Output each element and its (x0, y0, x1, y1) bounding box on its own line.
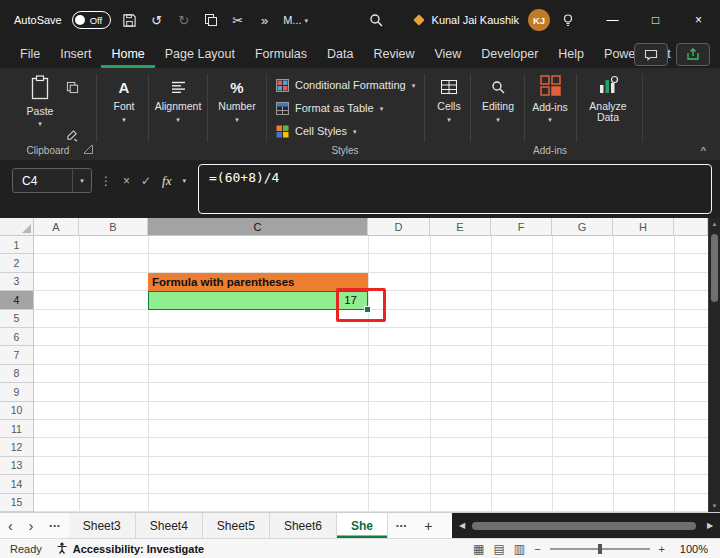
row-header-3[interactable]: 3 (0, 273, 34, 291)
column-header-G[interactable]: G (552, 218, 613, 236)
menu-tab-developer[interactable]: Developer (471, 40, 548, 68)
toolbar-more-button[interactable]: M... ▾ (283, 14, 308, 26)
redo-icon[interactable]: ↻ (175, 12, 192, 29)
formula-input[interactable]: =(60+8)/4 (198, 164, 712, 214)
row-header-13[interactable]: 13 (0, 457, 34, 475)
sheet-tab-sheet5[interactable]: Sheet5 (203, 513, 270, 538)
share-button[interactable] (676, 43, 710, 66)
sheet-overflow-left-icon[interactable]: ••• (41, 521, 68, 530)
sheet-tab-she[interactable]: She (337, 513, 388, 538)
cell-c4-selected[interactable]: 17 (148, 291, 368, 309)
menu-tab-insert[interactable]: Insert (50, 40, 101, 68)
menu-tab-view[interactable]: View (424, 40, 471, 68)
menu-tab-file[interactable]: File (10, 40, 50, 68)
menu-tab-home[interactable]: Home (101, 40, 154, 68)
column-header-A[interactable]: A (34, 218, 79, 236)
row-header-14[interactable]: 14 (0, 475, 34, 493)
copy-icon[interactable] (202, 12, 219, 29)
sheet-tab-sheet3[interactable]: Sheet3 (69, 513, 136, 538)
horizontal-scroll-thumb[interactable] (472, 522, 696, 530)
avatar[interactable]: KJ (528, 9, 550, 31)
number-group-button[interactable]: % Number ▾ (212, 78, 262, 123)
normal-view-icon[interactable]: ▦ (473, 542, 484, 556)
select-all-corner[interactable] (0, 218, 34, 236)
vertical-scroll-thumb[interactable] (711, 234, 718, 302)
row-header-5[interactable]: 5 (0, 310, 34, 328)
column-header-D[interactable]: D (368, 218, 430, 236)
sheet-tab-sheet6[interactable]: Sheet6 (270, 513, 337, 538)
menu-tab-help[interactable]: Help (548, 40, 594, 68)
row-header-7[interactable]: 7 (0, 346, 34, 364)
scroll-down-icon[interactable]: ▼ (709, 500, 720, 512)
column-header-H[interactable]: H (613, 218, 674, 236)
row-header-2[interactable]: 2 (0, 254, 34, 272)
column-header-partial[interactable] (674, 218, 708, 236)
zoom-slider-thumb[interactable] (598, 544, 602, 554)
user-name[interactable]: Kunal Jai Kaushik (432, 14, 519, 26)
zoom-slider[interactable] (550, 548, 650, 550)
chevron-down-icon[interactable]: ▾ (182, 177, 186, 184)
editing-group-button[interactable]: Editing ▾ (474, 78, 522, 123)
sheet-tab-sheet4[interactable]: Sheet4 (136, 513, 203, 538)
name-box[interactable]: C4 ▾ (12, 168, 92, 193)
scroll-up-icon[interactable]: ▲ (709, 218, 720, 230)
menu-tab-page-layout[interactable]: Page Layout (155, 40, 245, 68)
save-icon[interactable] (121, 12, 138, 29)
zoom-level[interactable]: 100% (674, 543, 708, 555)
scroll-left-icon[interactable]: ◀ (454, 513, 470, 538)
scroll-right-icon[interactable]: ▶ (702, 513, 718, 538)
row-header-4[interactable]: 4 (0, 291, 34, 309)
search-icon[interactable] (368, 12, 385, 29)
accessibility-status[interactable]: Accessibility: Investigate (56, 542, 204, 556)
vertical-scrollbar[interactable]: ▲ ▼ (708, 218, 720, 512)
column-header-F[interactable]: F (491, 218, 552, 236)
copy-icon[interactable] (66, 80, 79, 98)
insert-function-icon[interactable]: fx (162, 173, 171, 189)
collapse-ribbon-icon[interactable]: ^ (701, 145, 706, 157)
minimize-button[interactable]: — (591, 0, 634, 40)
cell-styles-button[interactable]: Cell Styles ▾ (276, 122, 356, 140)
analyze-data-button[interactable]: Analyze Data (580, 75, 636, 124)
row-header-10[interactable]: 10 (0, 402, 34, 420)
cancel-icon[interactable]: × (123, 174, 130, 188)
maximize-button[interactable]: □ (634, 0, 677, 40)
format-as-table-button[interactable]: Format as Table ▾ (276, 99, 383, 117)
alignment-group-button[interactable]: Alignment ▾ (150, 78, 206, 123)
row-header-12[interactable]: 12 (0, 438, 34, 456)
sheet-nav-right-icon[interactable]: › (21, 518, 42, 534)
menu-tab-review[interactable]: Review (363, 40, 424, 68)
column-header-C[interactable]: C (148, 218, 368, 236)
zoom-in-button[interactable]: + (659, 543, 665, 555)
column-header-B[interactable]: B (79, 218, 148, 236)
menu-tab-formulas[interactable]: Formulas (245, 40, 317, 68)
enter-icon[interactable]: ✓ (141, 174, 151, 188)
row-header-15[interactable]: 15 (0, 494, 34, 512)
page-break-view-icon[interactable]: ▥ (514, 542, 525, 556)
cut-icon[interactable]: ✂ (229, 12, 246, 29)
row-header-9[interactable]: 9 (0, 383, 34, 401)
row-header-1[interactable]: 1 (0, 236, 34, 254)
conditional-formatting-button[interactable]: Conditional Formatting ▾ (276, 76, 415, 94)
row-header-8[interactable]: 8 (0, 365, 34, 383)
font-group-button[interactable]: A Font ▾ (102, 78, 146, 123)
page-layout-view-icon[interactable]: ▤ (493, 542, 504, 556)
row-header-11[interactable]: 11 (0, 420, 34, 438)
sheet-nav-left-icon[interactable]: ‹ (0, 518, 21, 534)
comments-button[interactable] (634, 43, 668, 66)
chevron-down-icon[interactable]: ▾ (72, 169, 91, 192)
add-sheet-button[interactable]: + (415, 518, 441, 534)
column-header-E[interactable]: E (430, 218, 491, 236)
grid[interactable]: Formula with parentheses 17 ABCDEFGH1234… (0, 218, 708, 512)
undo-icon[interactable]: ↺ (148, 12, 165, 29)
cell-c3[interactable]: Formula with parentheses (148, 273, 368, 291)
format-painter-icon[interactable] (66, 128, 79, 146)
sheet-overflow-right-icon[interactable]: ••• (388, 521, 415, 530)
close-button[interactable]: × (677, 0, 720, 40)
toolbar-overflow-icon[interactable]: » (256, 12, 273, 29)
paste-button[interactable]: Paste ▾ (18, 75, 62, 127)
horizontal-scrollbar[interactable]: ◀ ▶ (452, 513, 720, 538)
row-header-6[interactable]: 6 (0, 328, 34, 346)
lightbulb-icon[interactable] (559, 12, 576, 29)
menu-tab-data[interactable]: Data (317, 40, 363, 68)
zoom-out-button[interactable]: − (534, 543, 540, 555)
